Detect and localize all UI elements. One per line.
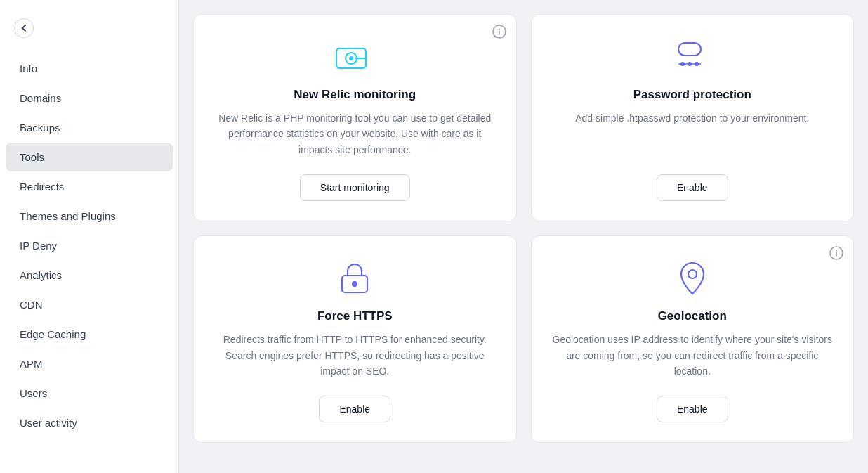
sidebar-item-users[interactable]: Users [6,379,173,408]
main-content: New Relic monitoring New Relic is a PHP … [179,0,868,473]
card-description: New Relic is a PHP monitoring tool you c… [213,110,497,157]
sidebar-item-cdn[interactable]: CDN [6,290,173,319]
https-icon [336,259,373,298]
new-relic-icon [335,37,374,77]
card-action-button[interactable]: Enable [657,396,728,422]
info-icon[interactable] [829,246,843,260]
back-button[interactable] [0,11,178,45]
card-password-protection: Password protection Add simple .htpasswd… [531,14,855,221]
card-description: Redirects traffic from HTTP to HTTPS for… [213,332,497,379]
sidebar-item-analytics[interactable]: Analytics [6,261,173,290]
card-description: Geolocation uses IP address to identify … [551,332,834,379]
card-title: Geolocation [658,309,727,323]
geo-icon [676,259,709,298]
card-geolocation: Geolocation Geolocation uses IP address … [531,235,855,443]
svg-point-17 [688,270,697,278]
sidebar-item-themes-plugins[interactable]: Themes and Plugins [6,202,173,231]
sidebar-item-info[interactable]: Info [6,54,173,83]
card-action-button[interactable]: Start monitoring [300,174,410,201]
sidebar-item-tools[interactable]: Tools [6,143,173,171]
card-title: New Relic monitoring [294,88,416,102]
card-new-relic: New Relic monitoring New Relic is a PHP … [193,14,517,221]
card-title: Force HTTPS [317,309,393,323]
card-action-button[interactable]: Enable [319,396,390,422]
password-icon [673,37,712,77]
sidebar-item-edge-caching[interactable]: Edge Caching [6,320,173,349]
svg-point-5 [349,56,353,60]
card-force-https: Force HTTPS Redirects traffic from HTTP … [193,235,517,443]
card-title: Password protection [633,88,751,102]
card-description: Add simple .htpasswd protection to your … [575,110,809,157]
sidebar-item-backups[interactable]: Backups [6,113,173,142]
svg-point-16 [836,250,837,252]
sidebar-item-domains[interactable]: Domains [6,84,173,112]
nav-list: InfoDomainsBackupsToolsRedirectsThemes a… [0,53,178,438]
sidebar-item-redirects[interactable]: Redirects [6,172,173,201]
svg-point-2 [499,29,500,30]
info-icon[interactable] [492,25,506,39]
back-arrow-icon [14,18,34,38]
sidebar-item-ip-deny[interactable]: IP Deny [6,231,173,260]
svg-rect-7 [678,43,701,56]
svg-point-13 [352,281,357,287]
sidebar: InfoDomainsBackupsToolsRedirectsThemes a… [0,0,179,473]
tools-grid: New Relic monitoring New Relic is a PHP … [193,14,854,443]
sidebar-item-user-activity[interactable]: User activity [6,408,173,437]
sidebar-item-apm[interactable]: APM [6,349,173,378]
card-action-button[interactable]: Enable [657,174,728,201]
